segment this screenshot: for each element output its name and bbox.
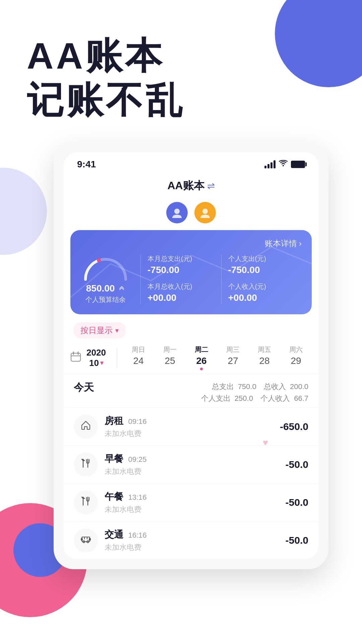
hero-title-line1: AA账本 <box>27 34 335 78</box>
trans-info: 房租 09:16 未加水电费 <box>105 415 280 439</box>
personal-expense-value: 250.0 <box>235 394 253 402</box>
stats-card: 账本详情 › <box>70 230 312 314</box>
status-icons <box>264 160 305 169</box>
trans-icon-wrap <box>74 415 98 439</box>
phone-wrapper: 9:41 <box>54 142 328 569</box>
phone-mockup: 9:41 <box>54 142 328 569</box>
cal-month: 2020 10 ▾ <box>84 347 111 368</box>
avatar-row <box>64 199 318 223</box>
trans-amount: -50.0 <box>286 535 308 546</box>
transaction-item-1[interactable]: 早餐 09:25 未加水电费 -50.0 <box>64 445 318 483</box>
today-label: 今天 <box>74 381 94 394</box>
trans-amount: -50.0 <box>286 459 308 470</box>
svg-point-3 <box>97 258 101 262</box>
trans-sub: 未加水电费 <box>105 542 286 552</box>
trans-amount: -650.0 <box>280 421 308 432</box>
calendar-row: 2020 10 ▾ 周日 24 周一 25 周二 26 周三 27 周五 28 <box>64 342 318 374</box>
svg-point-2 <box>202 209 208 214</box>
total-income-label: 总收入 <box>264 382 286 391</box>
trans-sub: 未加水电费 <box>105 467 286 477</box>
gauge-container <box>82 254 129 281</box>
today-stats: 总支出 750.0 总收入 200.0 个人支出 250.0 个人收入 66.7 <box>201 381 308 404</box>
trans-name: 午餐 <box>105 491 123 502</box>
calendar-icon <box>70 351 81 364</box>
app-title: AA账本 <box>167 178 204 193</box>
battery-icon <box>291 161 305 168</box>
hero-title-line2: 记账不乱 <box>27 78 335 122</box>
trans-icon-transport <box>80 534 91 547</box>
cal-day-25[interactable]: 周一 25 <box>160 345 180 370</box>
cal-day-29[interactable]: 周六 29 <box>286 345 306 370</box>
trans-icon-food <box>80 496 91 509</box>
cal-day-28[interactable]: 周五 28 <box>254 345 275 370</box>
transaction-item-3[interactable]: 交通 16:16 未加水电费 -50.0 <box>64 521 318 559</box>
transaction-item-0[interactable]: 房租 09:16 未加水电费 -650.0 <box>64 408 318 445</box>
switch-icon[interactable]: ⇌ <box>207 180 215 192</box>
trans-icon-home <box>80 420 91 433</box>
cal-divider <box>117 348 117 368</box>
trans-name: 交通 <box>105 529 123 540</box>
cal-days: 周日 24 周一 25 周二 26 周三 27 周五 28 周六 29 <box>123 345 312 370</box>
svg-point-0 <box>283 165 284 166</box>
personal-income-value: 66.7 <box>294 394 308 402</box>
phone-screen: 9:41 <box>64 152 318 559</box>
cal-day-27[interactable]: 周三 27 <box>223 345 243 370</box>
trans-icon-wrap <box>74 528 98 552</box>
active-day-dot <box>200 368 203 370</box>
cal-year: 2020 <box>86 347 106 358</box>
trans-icon-wrap <box>74 490 98 515</box>
trans-info: 交通 16:16 未加水电费 <box>105 528 286 552</box>
total-income-value: 200.0 <box>290 382 308 391</box>
cal-day-26[interactable]: 周二 26 <box>191 345 212 370</box>
personal-income-label: 个人收入 <box>260 394 290 402</box>
transaction-list: 房租 09:16 未加水电费 -650.0 早餐 09:25 未加水电费 -50… <box>64 408 318 559</box>
trans-sub: 未加水电费 <box>105 504 286 515</box>
day-filter-row: 按日显示 ▾ ♥ <box>64 314 318 342</box>
trans-info: 早餐 09:25 未加水电费 <box>105 452 286 477</box>
trans-time: 09:25 <box>128 455 146 464</box>
trans-amount: -50.0 <box>286 497 308 508</box>
today-header: 今天 总支出 750.0 总收入 200.0 个人支出 250.0 <box>64 374 318 408</box>
trans-time: 09:16 <box>128 417 146 426</box>
cal-day-24[interactable]: 周日 24 <box>128 345 148 370</box>
personal-expense-label: 个人支出 <box>201 394 231 402</box>
day-filter-button[interactable]: 按日显示 ▾ <box>74 322 125 338</box>
total-expense-value: 750.0 <box>238 382 256 391</box>
trans-icon-food <box>80 458 91 471</box>
day-filter-arrow: ▾ <box>115 326 119 334</box>
cal-mon: 10 ▾ <box>89 358 103 368</box>
trans-time: 13:16 <box>128 493 146 501</box>
bg-circle-blue-left <box>0 168 47 255</box>
trans-sub: 未加水电费 <box>105 429 280 439</box>
app-header: AA账本 ⇌ <box>64 173 318 199</box>
trans-name: 早餐 <box>105 453 123 464</box>
hero-section: AA账本 记账不乱 <box>0 0 362 122</box>
avatar-blue[interactable] <box>166 202 188 223</box>
trans-icon-wrap <box>74 452 98 477</box>
wifi-icon <box>279 160 288 169</box>
avatar-orange[interactable] <box>194 202 216 223</box>
total-expense-label: 总支出 <box>212 382 234 391</box>
trans-info: 午餐 13:16 未加水电费 <box>105 490 286 515</box>
deco-heart: ♥ <box>262 437 268 448</box>
cal-mon-arrow: ▾ <box>100 359 103 367</box>
status-bar: 9:41 <box>64 152 318 173</box>
svg-rect-4 <box>71 353 80 361</box>
signal-icon <box>264 160 276 168</box>
trans-name: 房租 <box>105 416 123 426</box>
status-time: 9:41 <box>77 159 96 170</box>
svg-point-1 <box>174 209 180 214</box>
transaction-item-2[interactable]: 午餐 13:16 未加水电费 -50.0 <box>64 483 318 521</box>
trans-time: 16:16 <box>128 531 146 539</box>
